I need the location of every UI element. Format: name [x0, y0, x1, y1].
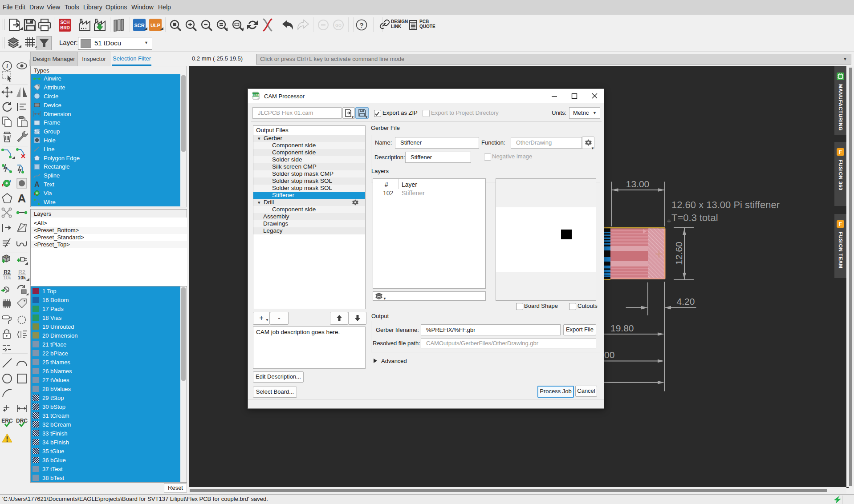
svg-text:10k: 10k: [3, 275, 11, 280]
svg-text:ULP: ULP: [150, 23, 160, 28]
svg-text:DESIGN: DESIGN: [391, 19, 408, 24]
svg-text:DRC: DRC: [16, 418, 28, 424]
svg-text:12.60: 12.60: [674, 242, 684, 265]
svg-text:13.00: 13.00: [626, 179, 650, 189]
svg-text:LINK: LINK: [391, 24, 402, 29]
svg-text:R2: R2: [4, 269, 11, 275]
svg-text:SCR: SCR: [134, 23, 144, 28]
svg-text:BRD: BRD: [60, 25, 70, 30]
svg-text:F: F: [839, 221, 842, 227]
svg-text:i: i: [6, 63, 8, 69]
svg-text:PCB: PCB: [419, 19, 429, 24]
svg-text:ERC: ERC: [1, 418, 13, 424]
svg-text:BRD: BRD: [252, 93, 259, 97]
svg-text:4.20: 4.20: [677, 296, 695, 306]
svg-text:00: 00: [604, 350, 614, 360]
svg-text:R2: R2: [18, 269, 25, 275]
svg-text:F: F: [839, 149, 842, 155]
svg-text:19.80: 19.80: [610, 323, 634, 333]
svg-text:99: 99: [4, 255, 8, 258]
svg-text:QUOTE: QUOTE: [419, 24, 435, 29]
svg-text:SCH: SCH: [60, 20, 69, 25]
svg-text:A: A: [18, 192, 26, 205]
svg-text:12.60 x 13.00 Pi stiffener: 12.60 x 13.00 Pi stiffener: [671, 199, 780, 210]
svg-text:T=0.3 total: T=0.3 total: [671, 212, 718, 223]
svg-text:?: ?: [359, 21, 363, 29]
svg-text:GO: GO: [335, 23, 342, 28]
svg-text:A: A: [34, 181, 40, 188]
svg-text:10k: 10k: [18, 275, 26, 280]
